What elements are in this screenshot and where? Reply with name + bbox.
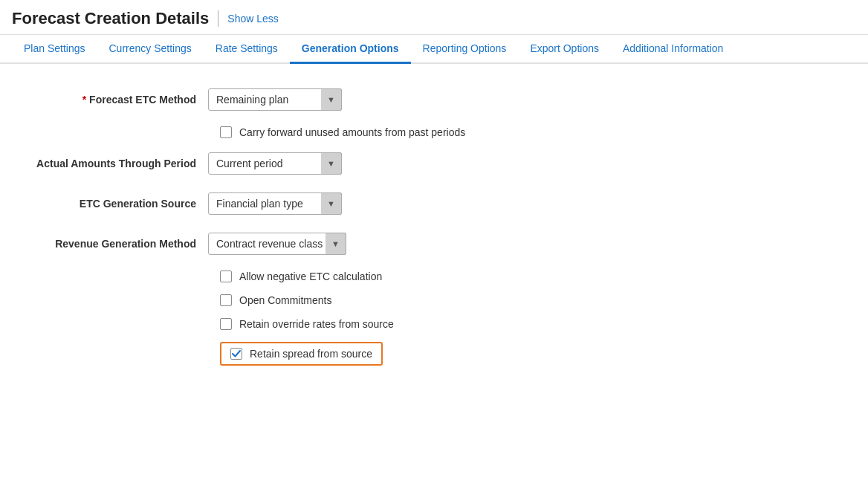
page-title: Forecast Creation Details: [12, 9, 209, 28]
revenue-generation-method-select[interactable]: Contract revenue class Cost-based: [208, 233, 346, 255]
open-commitments-checkbox[interactable]: [220, 294, 232, 306]
tab-export-options[interactable]: Export Options: [518, 35, 611, 64]
open-commitments-label: Open Commitments: [239, 294, 331, 306]
carry-forward-label: Carry forward unused amounts from past p…: [239, 126, 465, 138]
forecast-etc-method-control: Remaining plan Remaining duration Manual…: [208, 88, 838, 111]
tab-reporting-options[interactable]: Reporting Options: [411, 35, 519, 64]
etc-generation-source-select-wrapper: Financial plan type Budget plan type ▼: [208, 192, 342, 215]
allow-negative-etc-checkbox[interactable]: [220, 271, 232, 282]
actual-amounts-select[interactable]: Current period Prior period: [208, 152, 342, 175]
tab-rate-settings[interactable]: Rate Settings: [204, 35, 290, 64]
forecast-etc-method-select-wrapper: Remaining plan Remaining duration Manual…: [208, 88, 342, 111]
actual-amounts-select-wrapper: Current period Prior period ▼: [208, 152, 342, 175]
retain-override-rates-checkbox[interactable]: [220, 318, 232, 330]
actual-amounts-row: Actual Amounts Through Period Current pe…: [30, 150, 838, 177]
retain-spread-label: Retain spread from source: [250, 348, 372, 360]
etc-generation-source-row: ETC Generation Source Financial plan typ…: [30, 190, 838, 217]
allow-negative-etc-label: Allow negative ETC calculation: [239, 271, 382, 282]
carry-forward-row: Carry forward unused amounts from past p…: [220, 126, 838, 138]
tab-currency-settings[interactable]: Currency Settings: [97, 35, 204, 64]
allow-negative-etc-row: Allow negative ETC calculation: [220, 271, 838, 282]
retain-override-rates-row: Retain override rates from source: [220, 318, 838, 330]
revenue-generation-method-row: Revenue Generation Method Contract reven…: [30, 230, 838, 257]
etc-generation-source-control: Financial plan type Budget plan type ▼: [208, 192, 838, 215]
retain-override-rates-label: Retain override rates from source: [239, 318, 394, 330]
show-less-link[interactable]: Show Less: [227, 13, 278, 25]
retain-spread-row: Retain spread from source: [220, 342, 838, 366]
tab-plan-settings[interactable]: Plan Settings: [12, 35, 97, 64]
forecast-etc-method-row: *Forecast ETC Method Remaining plan Rema…: [30, 86, 838, 113]
page-header: Forecast Creation Details Show Less: [0, 0, 868, 35]
tab-additional-information[interactable]: Additional Information: [611, 35, 735, 64]
etc-generation-source-select[interactable]: Financial plan type Budget plan type: [208, 192, 342, 215]
carry-forward-checkbox[interactable]: [220, 126, 232, 138]
header-divider: [218, 10, 218, 27]
revenue-generation-method-label: Revenue Generation Method: [30, 237, 208, 250]
form-section: *Forecast ETC Method Remaining plan Rema…: [30, 86, 838, 378]
tabs-bar: Plan Settings Currency Settings Rate Set…: [0, 35, 868, 64]
revenue-generation-method-control: Contract revenue class Cost-based ▼: [208, 233, 838, 255]
required-star: *: [82, 94, 86, 106]
retain-spread-checkbox[interactable]: [230, 348, 242, 360]
content-area: *Forecast ETC Method Remaining plan Rema…: [0, 64, 868, 400]
actual-amounts-control: Current period Prior period ▼: [208, 152, 838, 175]
etc-generation-source-label: ETC Generation Source: [30, 197, 208, 210]
tab-generation-options[interactable]: Generation Options: [290, 35, 411, 64]
forecast-etc-method-label: *Forecast ETC Method: [30, 93, 208, 106]
revenue-generation-method-select-wrapper: Contract revenue class Cost-based ▼: [208, 233, 346, 255]
actual-amounts-label: Actual Amounts Through Period: [30, 157, 208, 170]
forecast-etc-method-select[interactable]: Remaining plan Remaining duration Manual: [208, 88, 342, 111]
open-commitments-row: Open Commitments: [220, 294, 838, 306]
